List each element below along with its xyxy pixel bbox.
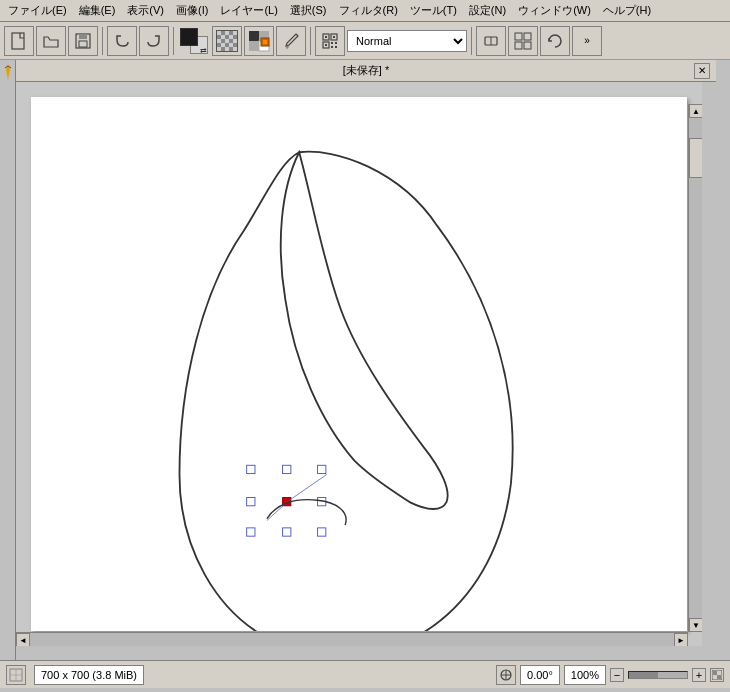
node-handle-bc[interactable] [283,528,291,536]
foreground-color-swatch[interactable] [180,28,198,46]
zoom-out-button[interactable]: − [610,668,624,682]
zoom-slider-area: − + [610,668,706,682]
more-tools-button[interactable]: » [572,26,602,56]
svg-rect-15 [325,44,327,46]
display-settings-button[interactable] [710,668,724,682]
menu-filter[interactable]: フィルタ(R) [333,1,404,20]
menu-edit[interactable]: 編集(E) [73,1,122,20]
document-window: [未保存] * ✕ [16,60,716,660]
document-titlebar: [未保存] * ✕ [16,60,716,82]
node-handle-ml[interactable] [247,498,255,506]
zoom-fit-button[interactable] [496,665,516,685]
menu-view[interactable]: 表示(V) [121,1,170,20]
brush-tool-button[interactable] [276,26,306,56]
swap-colors-icon[interactable]: ⇄ [200,46,210,56]
menubar: ファイル(E) 編集(E) 表示(V) 画像(I) レイヤー(L) 選択(S) … [0,0,730,22]
eraser-button[interactable] [476,26,506,56]
scroll-right-button[interactable]: ► [674,633,688,646]
canvas-container: [未保存] * ✕ [16,60,730,660]
svg-rect-34 [717,675,721,679]
menu-window[interactable]: ウィンドウ(W) [512,1,597,20]
menu-image[interactable]: 画像(I) [170,1,214,20]
separator-1 [102,27,103,55]
svg-rect-13 [325,36,327,38]
svg-rect-2 [79,34,87,39]
menu-help[interactable]: ヘルプ(H) [597,1,657,20]
node-handle-bl[interactable] [247,528,255,536]
menu-tools[interactable]: ツール(T) [404,1,463,20]
toolbox [0,60,16,660]
svg-rect-9 [263,40,267,44]
canvas-dimensions: 700 x 700 (3.8 MiB) [34,665,144,685]
separator-4 [471,27,472,55]
svg-rect-22 [515,33,522,40]
zoom-level: 100% [564,665,606,685]
statusbar: 700 x 700 (3.8 MiB) 0.00° 100% − + [0,660,730,688]
svg-rect-4 [249,31,259,41]
svg-rect-3 [79,41,87,47]
node-handle-br[interactable] [318,528,326,536]
svg-drawing [31,97,687,631]
scroll-down-button[interactable]: ▼ [689,618,702,632]
rotate-button[interactable] [540,26,570,56]
save-button[interactable] [68,26,98,56]
scroll-up-button[interactable]: ▲ [689,104,702,118]
svg-rect-16 [331,42,333,44]
node-handle-tc[interactable] [283,465,291,473]
vertical-scrollbar: ▲ ▼ [688,104,702,632]
menu-file[interactable]: ファイル(E) [2,1,73,20]
grid-icon-button[interactable] [315,26,345,56]
inkscape-logo [1,62,15,82]
canvas-area: ▲ ▼ ◄ ► [16,82,702,646]
scroll-v-thumb[interactable] [689,138,702,178]
grid-view-button[interactable] [508,26,538,56]
open-file-button[interactable] [36,26,66,56]
rotation-value: 0.00° [520,665,560,685]
svg-rect-25 [524,42,531,49]
paint-tool-button[interactable] [244,26,274,56]
svg-rect-24 [515,42,522,49]
drawing-canvas[interactable] [31,97,687,631]
zoom-in-button[interactable]: + [692,668,706,682]
new-document-button[interactable] [4,26,34,56]
scroll-left-button[interactable]: ◄ [16,633,30,646]
node-handle-tr[interactable] [318,465,326,473]
menu-settings[interactable]: 設定(N) [463,1,512,20]
horizontal-scrollbar: ◄ ► [16,632,688,646]
bezier-curve-detail [267,500,346,525]
checker-icon-button[interactable] [212,26,242,56]
main-area: [未保存] * ✕ [0,60,730,660]
checker-pattern-icon [216,30,238,52]
svg-rect-18 [331,46,333,48]
menu-select[interactable]: 選択(S) [284,1,333,20]
svg-rect-23 [524,33,531,40]
blend-mode-select[interactable]: Normal [347,30,467,52]
separator-2 [173,27,174,55]
menu-layer[interactable]: レイヤー(L) [214,1,283,20]
status-icon [6,665,26,685]
svg-rect-6 [249,41,259,51]
svg-rect-17 [335,42,337,44]
svg-rect-14 [333,36,335,38]
scroll-v-track[interactable] [689,118,702,618]
redo-button[interactable] [139,26,169,56]
svg-rect-19 [335,46,337,48]
svg-rect-33 [713,671,717,675]
document-title: [未保存] * [38,63,694,78]
separator-3 [310,27,311,55]
node-handle-tl[interactable] [247,465,255,473]
close-document-button[interactable]: ✕ [694,63,710,79]
toolbar: ⇄ [0,22,730,60]
zoom-slider[interactable] [628,671,688,679]
undo-button[interactable] [107,26,137,56]
svg-rect-0 [12,33,24,49]
scroll-h-track[interactable] [30,633,674,646]
color-picker-area[interactable]: ⇄ [178,26,210,56]
